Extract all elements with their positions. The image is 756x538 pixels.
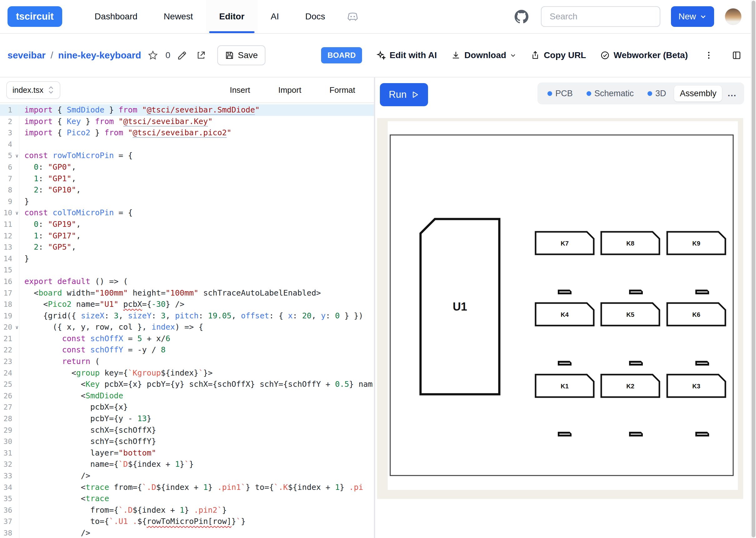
edit-with-ai-button[interactable]: Edit with AI: [377, 50, 437, 60]
format-menu[interactable]: Format: [329, 85, 355, 95]
view-tabs-more-button[interactable]: ...: [725, 89, 740, 98]
import-menu[interactable]: Import: [278, 85, 301, 95]
code-line[interactable]: 31 layer="bottom": [0, 448, 374, 459]
code-line[interactable]: 23 return (: [0, 356, 374, 367]
code-line[interactable]: 11 0: "GP19",: [0, 219, 374, 230]
copy-url-button[interactable]: Copy URL: [531, 50, 586, 60]
code-text: 0: "GP0",: [19, 162, 76, 173]
breadcrumb-owner[interactable]: seveibar: [8, 50, 46, 61]
run-button[interactable]: Run: [380, 83, 428, 106]
search-input[interactable]: [541, 6, 660, 27]
code-line[interactable]: 7 1: "GP1",: [0, 173, 374, 185]
code-line[interactable]: 20∨ ({ x, y, row, col }, index) => {: [0, 321, 374, 333]
line-number: 6: [0, 162, 19, 173]
nav-item-ai[interactable]: AI: [258, 0, 292, 33]
code-line[interactable]: 34 <trace from={`.D${index + 1} .pin1`} …: [0, 482, 374, 493]
nav-item-dashboard[interactable]: Dashboard: [82, 0, 151, 33]
code-line[interactable]: 37 to={`.U1 .${rowToMicroPin[row]}`}: [0, 516, 374, 527]
assembly-canvas[interactable]: U1K7K8K9K4K5K6K1K2K3: [377, 118, 743, 499]
code-line[interactable]: 29 schX={schOffX}: [0, 425, 374, 436]
preview-pane: Run PCBSchematic3DAssembly... U1K7K8K9K4…: [375, 78, 756, 538]
kebab-menu-icon[interactable]: [702, 49, 715, 62]
code-line[interactable]: 26 <SmdDiode: [0, 390, 374, 402]
code-line[interactable]: 17 <board width="100mm" height="100mm" s…: [0, 288, 374, 299]
code-line[interactable]: 32 name={`D${index + 1}`}: [0, 458, 374, 470]
code-line[interactable]: 38 />: [0, 527, 374, 538]
fold-caret-icon[interactable]: ∨: [15, 207, 19, 219]
code-line[interactable]: 16export default () => (: [0, 276, 374, 288]
save-button[interactable]: Save: [217, 45, 265, 65]
code-line[interactable]: 27 pcbX={x}: [0, 402, 374, 413]
line-number: 7: [0, 173, 19, 185]
project-toolbar: seveibar / nine-key-keyboard 0 Save BOAR…: [0, 34, 756, 78]
webworker-button[interactable]: Webworker (Beta): [600, 50, 688, 60]
diode-stripe: [697, 363, 708, 364]
code-line[interactable]: 35 <trace: [0, 493, 374, 505]
code-line[interactable]: 30 schY={schOffY}: [0, 436, 374, 448]
code-line[interactable]: 36 from={`.D${index + 1} .pin2`}: [0, 505, 374, 516]
code-line[interactable]: 14}: [0, 253, 374, 265]
breadcrumb-project[interactable]: nine-key-keyboard: [58, 50, 141, 61]
code-line[interactable]: 13 2: "GP5",: [0, 242, 374, 253]
tscircuit-logo[interactable]: tscircuit: [8, 6, 62, 27]
code-text: pcbX={x}: [19, 402, 128, 413]
insert-menu[interactable]: Insert: [230, 85, 250, 95]
code-line[interactable]: 15: [0, 264, 374, 276]
board-badge[interactable]: BOARD: [321, 47, 362, 63]
line-number: 18: [0, 299, 19, 310]
code-line[interactable]: 10∨const colToMicroPin = {: [0, 207, 374, 219]
code-line[interactable]: 5∨const rowToMicroPin = {: [0, 150, 374, 162]
share-arrow-icon[interactable]: [194, 48, 208, 62]
view-tab-assembly[interactable]: Assembly: [674, 85, 722, 102]
code-line[interactable]: 1import { SmdDiode } from "@tsci/seveiba…: [0, 104, 374, 116]
discord-icon[interactable]: [338, 0, 367, 33]
view-tab-schematic[interactable]: Schematic: [581, 85, 639, 102]
fold-caret-icon[interactable]: ∨: [15, 322, 19, 333]
code-line[interactable]: 2import { Key } from "@tsci/seveibar.Key…: [0, 116, 374, 128]
code-line[interactable]: 21 const schOffX = 5 + x/6: [0, 333, 374, 345]
code-line[interactable]: 19 {grid({ sizeX: 3, sizeY: 3, pitch: 19…: [0, 310, 374, 322]
page-scrollbar[interactable]: [751, 0, 756, 538]
key-label-k2: K2: [626, 383, 634, 390]
code-line[interactable]: 12 1: "GP17",: [0, 230, 374, 242]
code-text: <board width="100mm" height="100mm" schT…: [19, 288, 321, 299]
code-editor[interactable]: 1import { SmdDiode } from "@tsci/seveiba…: [0, 103, 374, 538]
line-number: 38: [0, 527, 19, 538]
split-panel-icon[interactable]: [730, 48, 743, 62]
code-line[interactable]: 8 2: "GP10",: [0, 184, 374, 196]
view-tab-pcb[interactable]: PCB: [542, 85, 578, 102]
avatar[interactable]: [725, 8, 742, 25]
star-icon[interactable]: [146, 48, 160, 62]
code-line[interactable]: 33 />: [0, 470, 374, 482]
line-number: 29: [0, 425, 19, 436]
code-text: [19, 139, 25, 150]
pencil-icon[interactable]: [175, 48, 189, 62]
code-text: 0: "GP19",: [19, 219, 81, 230]
new-button[interactable]: New: [671, 6, 714, 27]
nav-item-newest[interactable]: Newest: [151, 0, 206, 33]
fold-caret-icon[interactable]: ∨: [15, 150, 19, 162]
code-line[interactable]: 3import { Pico2 } from "@tsci/seveibar.p…: [0, 127, 374, 139]
code-line[interactable]: 6 0: "GP0",: [0, 162, 374, 173]
download-button[interactable]: Download: [451, 50, 516, 60]
line-number: 30: [0, 436, 19, 448]
scrollbar-thumb[interactable]: [752, 1, 755, 537]
code-line[interactable]: 4: [0, 139, 374, 150]
file-select[interactable]: index.tsx: [6, 81, 60, 99]
github-icon[interactable]: [513, 8, 530, 25]
line-number: 8: [0, 184, 19, 196]
code-line[interactable]: 24 <group key={`Kgroup${index}`}>: [0, 367, 374, 379]
nav-item-editor[interactable]: Editor: [206, 0, 258, 33]
tab-status-dot: [548, 91, 552, 96]
app-root: tscircuit Dashboard Newest Editor AI Doc…: [0, 0, 756, 538]
code-text: 2: "GP5",: [19, 242, 76, 253]
code-line[interactable]: 9}: [0, 196, 374, 207]
code-line[interactable]: 25 <Key pcbX={x} pcbY={y} schX={schOffX}…: [0, 379, 374, 390]
view-tab-3d[interactable]: 3D: [642, 85, 672, 102]
line-number: 23: [0, 356, 19, 367]
key-label-k1: K1: [560, 383, 569, 390]
code-line[interactable]: 18 <Pico2 name="U1" pcbX={-30} />: [0, 299, 374, 310]
nav-item-docs[interactable]: Docs: [292, 0, 338, 33]
code-line[interactable]: 22 const schOffY = -y / 8: [0, 344, 374, 356]
code-line[interactable]: 28 pcbY={y - 13}: [0, 413, 374, 425]
